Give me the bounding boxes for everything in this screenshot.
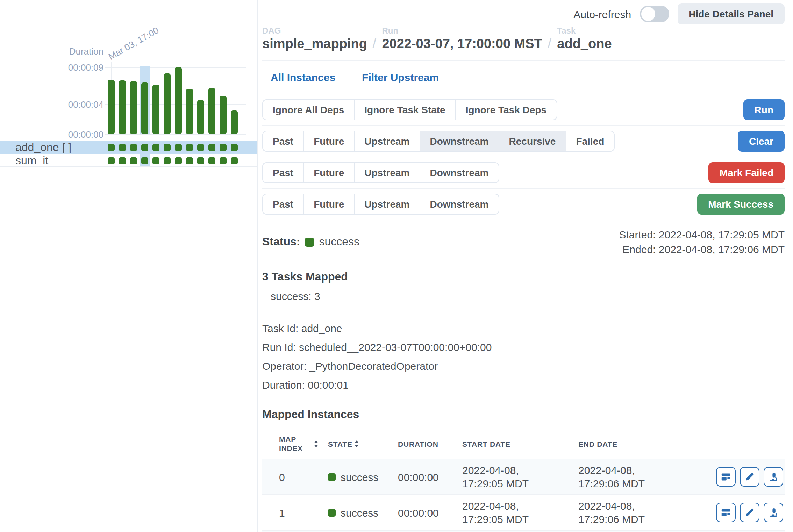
run-duration-bar[interactable] [141,82,148,134]
task-instance-square-success[interactable] [197,144,204,151]
option-button-downstream[interactable]: Downstream [419,131,498,152]
run-duration-bar[interactable] [175,67,182,134]
grid-action-button[interactable] [716,467,736,487]
task-instance-square-success[interactable] [108,144,115,151]
details-panel: Auto-refresh Hide Details Panel DAG simp… [257,0,793,532]
task-label[interactable]: add_one [ ] [15,141,71,154]
option-button-recursive[interactable]: Recursive [499,131,566,152]
option-button-past[interactable]: Past [262,131,303,152]
task-instance-square-success[interactable] [208,157,215,164]
pencil-action-button[interactable] [740,503,759,522]
sort-icon[interactable] [355,440,359,447]
task-instance-square-success[interactable] [220,144,227,151]
run-duration-bar[interactable] [186,88,193,134]
task-instance-square-success[interactable] [119,144,126,151]
task-instance-square-success[interactable] [164,157,171,164]
microscope-action-button[interactable] [764,467,783,487]
breadcrumb-task[interactable]: Task add_one [557,26,612,52]
task-row-sum-it[interactable]: sum_it [0,154,257,166]
task-instance-square-success[interactable] [175,157,182,164]
option-button-ignore-all-deps[interactable]: Ignore All Deps [262,99,354,120]
grid-icon [721,472,731,482]
grid-action-button[interactable] [716,503,736,522]
option-button-failed[interactable]: Failed [565,131,615,152]
run-duration-bar[interactable] [108,79,115,134]
task-instance-square-success[interactable] [208,144,215,151]
table-row: 1success00:00:002022-04-08, 17:29:05 MDT… [262,494,785,530]
status-success-square [305,237,314,246]
column-header-duration: DURATION [398,439,462,448]
option-button-future[interactable]: Future [303,162,354,183]
task-instance-square-success[interactable] [130,144,137,151]
task-instance-square-success[interactable] [119,157,126,164]
mark-failed-action-row: PastFutureUpstreamDownstream Mark Failed [262,157,785,189]
run-duration-bar[interactable] [152,85,159,134]
option-button-past[interactable]: Past [262,194,303,215]
option-button-downstream[interactable]: Downstream [419,162,499,183]
mark-success-button[interactable]: Mark Success [697,194,785,215]
run-duration-bar[interactable] [220,96,227,134]
status: Status: success [262,227,359,257]
task-instance-square-success[interactable] [141,157,148,164]
column-header-state[interactable]: STATE [328,439,398,448]
option-button-ignore-task-deps[interactable]: Ignore Task Deps [455,99,557,120]
task-instance-square-success[interactable] [152,157,159,164]
row-actions [697,503,785,522]
run-duration-bar[interactable] [197,100,204,134]
breadcrumb-run[interactable]: Run 2022-03-07, 17:00:00 MST [382,26,542,52]
run-duration-bar[interactable] [164,73,171,134]
hide-details-panel-button[interactable]: Hide Details Panel [677,3,785,24]
option-button-upstream[interactable]: Upstream [354,162,419,183]
task-instance-square-success[interactable] [231,144,238,151]
task-value[interactable]: add_one [557,36,612,52]
task-instance-square-success[interactable] [197,157,204,164]
task-instance-square-success[interactable] [175,144,182,151]
dag-value[interactable]: simple_mapping [262,36,367,52]
tab-filter-upstream[interactable]: Filter Upstream [362,71,439,83]
auto-refresh-toggle[interactable] [640,6,669,22]
task-instance-square-success[interactable] [141,144,148,151]
column-header-label: STATE [328,439,352,448]
task-instance-square-success[interactable] [164,144,171,151]
run-duration-bar[interactable] [208,88,215,134]
y-tick-label: 00:00:04 [25,99,103,109]
grid-duration-chart: Duration Mar 03, 17:00 00:00:0900:00:040… [0,0,257,532]
topbar: Auto-refresh Hide Details Panel [262,3,785,24]
map-index-cell: 1 [279,506,328,518]
run-button[interactable]: Run [743,99,785,120]
task-instance-square-success[interactable] [186,144,193,151]
table-row: 0success00:00:002022-04-08, 17:29:05 MDT… [262,459,785,494]
run-value[interactable]: 2022-03-07, 17:00:00 MST [382,36,542,52]
option-button-future[interactable]: Future [303,131,354,152]
pencil-action-button[interactable] [740,467,759,487]
option-button-upstream[interactable]: Upstream [354,194,419,215]
option-button-upstream[interactable]: Upstream [354,131,419,152]
clear-button[interactable]: Clear [738,131,785,152]
tab-all-instances[interactable]: All Instances [271,71,335,83]
sort-icon[interactable] [314,440,318,447]
end-date-cell: 2022-04-08, 17:29:06 MDT [578,499,655,526]
y-gridline [105,134,246,135]
mark-failed-button[interactable]: Mark Failed [708,162,785,183]
microscope-action-button[interactable] [764,503,783,522]
run-duration-bar[interactable] [119,80,126,134]
column-header-start-date: START DATE [462,439,578,448]
column-header-map-index[interactable]: MAP INDEX [279,435,328,453]
task-instance-square-success[interactable] [108,157,115,164]
option-button-past[interactable]: Past [262,162,303,183]
task-instance-square-success[interactable] [231,157,238,164]
run-duration-bar[interactable] [231,110,238,134]
task-rows: add_one [ ]sum_it [0,141,257,167]
task-instance-square-success[interactable] [186,157,193,164]
task-label[interactable]: sum_it [15,154,48,167]
option-button-ignore-task-state[interactable]: Ignore Task State [354,99,455,120]
run-duration-bar[interactable] [130,81,137,134]
breadcrumb-dag[interactable]: DAG simple_mapping [262,26,367,52]
task-instance-square-success[interactable] [152,144,159,151]
microscope-icon [769,472,778,482]
option-button-future[interactable]: Future [303,194,354,215]
task-row-add-one[interactable]: add_one [ ] [0,141,257,154]
task-instance-square-success[interactable] [130,157,137,164]
option-button-downstream[interactable]: Downstream [419,194,499,215]
task-instance-square-success[interactable] [220,157,227,164]
